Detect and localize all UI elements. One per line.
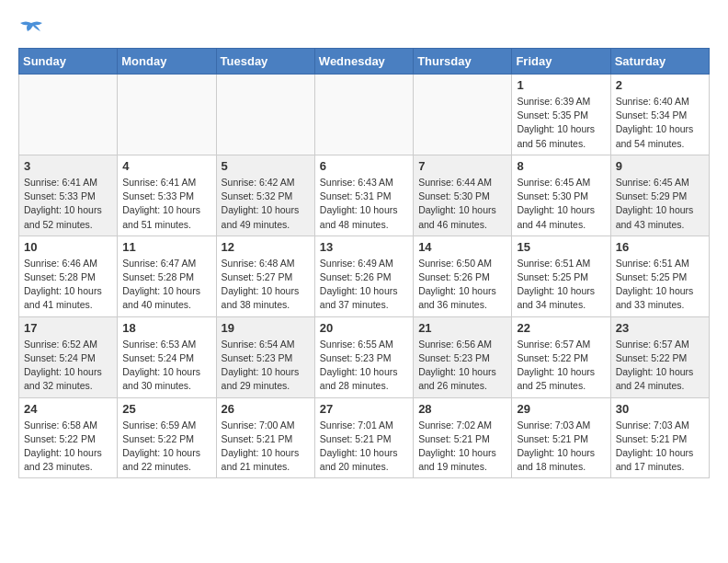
calendar-cell: 26Sunrise: 7:00 AM Sunset: 5:21 PM Dayli… bbox=[216, 397, 314, 478]
calendar-week-5: 24Sunrise: 6:58 AM Sunset: 5:22 PM Dayli… bbox=[19, 397, 710, 478]
calendar-cell: 25Sunrise: 6:59 AM Sunset: 5:22 PM Dayli… bbox=[118, 397, 216, 478]
calendar-cell: 24Sunrise: 6:58 AM Sunset: 5:22 PM Dayli… bbox=[19, 397, 118, 478]
day-info: Sunrise: 6:54 AM Sunset: 5:23 PM Dayligh… bbox=[222, 338, 310, 394]
day-number: 21 bbox=[418, 321, 506, 335]
day-number: 14 bbox=[418, 240, 506, 254]
calendar-cell: 7Sunrise: 6:44 AM Sunset: 5:30 PM Daylig… bbox=[414, 155, 512, 236]
day-number: 18 bbox=[122, 321, 210, 335]
calendar-cell bbox=[414, 75, 512, 155]
day-number: 9 bbox=[616, 159, 704, 173]
calendar-table: SundayMondayTuesdayWednesdayThursdayFrid… bbox=[18, 48, 710, 478]
day-info: Sunrise: 7:03 AM Sunset: 5:21 PM Dayligh… bbox=[616, 419, 704, 475]
day-info: Sunrise: 6:50 AM Sunset: 5:26 PM Dayligh… bbox=[418, 257, 506, 313]
calendar-cell: 12Sunrise: 6:48 AM Sunset: 5:27 PM Dayli… bbox=[216, 236, 314, 316]
calendar-cell: 17Sunrise: 6:52 AM Sunset: 5:24 PM Dayli… bbox=[19, 316, 118, 397]
calendar-cell: 1Sunrise: 6:39 AM Sunset: 5:35 PM Daylig… bbox=[512, 75, 610, 155]
day-number: 3 bbox=[24, 159, 112, 173]
day-number: 28 bbox=[418, 402, 506, 416]
calendar-cell: 18Sunrise: 6:53 AM Sunset: 5:24 PM Dayli… bbox=[118, 316, 216, 397]
day-number: 20 bbox=[320, 321, 408, 335]
calendar-header-row: SundayMondayTuesdayWednesdayThursdayFrid… bbox=[19, 49, 710, 75]
day-number: 30 bbox=[616, 402, 704, 416]
day-number: 23 bbox=[616, 321, 704, 335]
day-number: 25 bbox=[122, 402, 210, 416]
day-number: 24 bbox=[24, 402, 112, 416]
calendar-cell: 3Sunrise: 6:41 AM Sunset: 5:33 PM Daylig… bbox=[19, 155, 118, 236]
day-info: Sunrise: 6:57 AM Sunset: 5:22 PM Dayligh… bbox=[616, 338, 704, 394]
day-info: Sunrise: 6:41 AM Sunset: 5:33 PM Dayligh… bbox=[24, 176, 112, 232]
day-info: Sunrise: 6:41 AM Sunset: 5:33 PM Dayligh… bbox=[122, 176, 210, 232]
day-info: Sunrise: 6:49 AM Sunset: 5:26 PM Dayligh… bbox=[320, 257, 408, 313]
calendar-cell: 6Sunrise: 6:43 AM Sunset: 5:31 PM Daylig… bbox=[314, 155, 413, 236]
day-info: Sunrise: 6:59 AM Sunset: 5:22 PM Dayligh… bbox=[122, 419, 210, 475]
calendar-cell bbox=[118, 75, 216, 155]
day-info: Sunrise: 6:56 AM Sunset: 5:23 PM Dayligh… bbox=[418, 338, 506, 394]
calendar-cell: 30Sunrise: 7:03 AM Sunset: 5:21 PM Dayli… bbox=[610, 397, 709, 478]
day-number: 4 bbox=[122, 159, 210, 173]
calendar-week-1: 1Sunrise: 6:39 AM Sunset: 5:35 PM Daylig… bbox=[19, 75, 710, 155]
day-info: Sunrise: 6:45 AM Sunset: 5:30 PM Dayligh… bbox=[517, 176, 605, 232]
day-info: Sunrise: 6:47 AM Sunset: 5:28 PM Dayligh… bbox=[122, 257, 210, 313]
day-number: 15 bbox=[517, 240, 605, 254]
day-number: 22 bbox=[517, 321, 605, 335]
weekday-header-sunday: Sunday bbox=[19, 49, 118, 75]
logo-bird-icon bbox=[18, 18, 44, 39]
day-number: 6 bbox=[320, 159, 408, 173]
calendar-cell: 19Sunrise: 6:54 AM Sunset: 5:23 PM Dayli… bbox=[216, 316, 314, 397]
calendar-cell: 14Sunrise: 6:50 AM Sunset: 5:26 PM Dayli… bbox=[414, 236, 512, 316]
calendar-cell: 2Sunrise: 6:40 AM Sunset: 5:34 PM Daylig… bbox=[610, 75, 709, 155]
calendar-cell: 4Sunrise: 6:41 AM Sunset: 5:33 PM Daylig… bbox=[118, 155, 216, 236]
weekday-header-thursday: Thursday bbox=[414, 49, 512, 75]
day-number: 19 bbox=[222, 321, 310, 335]
logo bbox=[18, 18, 48, 39]
day-number: 27 bbox=[320, 402, 408, 416]
day-number: 26 bbox=[222, 402, 310, 416]
weekday-header-friday: Friday bbox=[512, 49, 610, 75]
day-info: Sunrise: 6:52 AM Sunset: 5:24 PM Dayligh… bbox=[24, 338, 112, 394]
day-info: Sunrise: 6:44 AM Sunset: 5:30 PM Dayligh… bbox=[418, 176, 506, 232]
day-number: 12 bbox=[222, 240, 310, 254]
day-info: Sunrise: 6:55 AM Sunset: 5:23 PM Dayligh… bbox=[320, 338, 408, 394]
weekday-header-saturday: Saturday bbox=[610, 49, 709, 75]
day-info: Sunrise: 6:46 AM Sunset: 5:28 PM Dayligh… bbox=[24, 257, 112, 313]
calendar-cell: 23Sunrise: 6:57 AM Sunset: 5:22 PM Dayli… bbox=[610, 316, 709, 397]
weekday-header-tuesday: Tuesday bbox=[216, 49, 314, 75]
day-number: 29 bbox=[517, 402, 605, 416]
weekday-header-wednesday: Wednesday bbox=[314, 49, 413, 75]
day-info: Sunrise: 6:45 AM Sunset: 5:29 PM Dayligh… bbox=[616, 176, 704, 232]
calendar-cell: 15Sunrise: 6:51 AM Sunset: 5:25 PM Dayli… bbox=[512, 236, 610, 316]
calendar-cell: 8Sunrise: 6:45 AM Sunset: 5:30 PM Daylig… bbox=[512, 155, 610, 236]
day-info: Sunrise: 6:58 AM Sunset: 5:22 PM Dayligh… bbox=[24, 419, 112, 475]
calendar-cell: 28Sunrise: 7:02 AM Sunset: 5:21 PM Dayli… bbox=[414, 397, 512, 478]
calendar-cell: 10Sunrise: 6:46 AM Sunset: 5:28 PM Dayli… bbox=[19, 236, 118, 316]
calendar-cell: 20Sunrise: 6:55 AM Sunset: 5:23 PM Dayli… bbox=[314, 316, 413, 397]
calendar-cell bbox=[216, 75, 314, 155]
day-info: Sunrise: 6:51 AM Sunset: 5:25 PM Dayligh… bbox=[616, 257, 704, 313]
day-number: 10 bbox=[24, 240, 112, 254]
day-info: Sunrise: 6:48 AM Sunset: 5:27 PM Dayligh… bbox=[222, 257, 310, 313]
day-number: 5 bbox=[222, 159, 310, 173]
calendar-cell: 21Sunrise: 6:56 AM Sunset: 5:23 PM Dayli… bbox=[414, 316, 512, 397]
day-info: Sunrise: 6:39 AM Sunset: 5:35 PM Dayligh… bbox=[517, 95, 605, 151]
day-info: Sunrise: 6:42 AM Sunset: 5:32 PM Dayligh… bbox=[222, 176, 310, 232]
calendar-cell bbox=[314, 75, 413, 155]
day-info: Sunrise: 6:40 AM Sunset: 5:34 PM Dayligh… bbox=[616, 95, 704, 151]
day-number: 7 bbox=[418, 159, 506, 173]
calendar-cell bbox=[19, 75, 118, 155]
day-number: 1 bbox=[517, 78, 605, 92]
calendar-cell: 27Sunrise: 7:01 AM Sunset: 5:21 PM Dayli… bbox=[314, 397, 413, 478]
day-info: Sunrise: 6:43 AM Sunset: 5:31 PM Dayligh… bbox=[320, 176, 408, 232]
day-number: 16 bbox=[616, 240, 704, 254]
page-header bbox=[18, 18, 710, 39]
calendar-cell: 22Sunrise: 6:57 AM Sunset: 5:22 PM Dayli… bbox=[512, 316, 610, 397]
day-number: 8 bbox=[517, 159, 605, 173]
calendar-week-3: 10Sunrise: 6:46 AM Sunset: 5:28 PM Dayli… bbox=[19, 236, 710, 316]
day-info: Sunrise: 7:03 AM Sunset: 5:21 PM Dayligh… bbox=[517, 419, 605, 475]
day-number: 11 bbox=[122, 240, 210, 254]
day-info: Sunrise: 7:02 AM Sunset: 5:21 PM Dayligh… bbox=[418, 419, 506, 475]
calendar-cell: 16Sunrise: 6:51 AM Sunset: 5:25 PM Dayli… bbox=[610, 236, 709, 316]
calendar-cell: 5Sunrise: 6:42 AM Sunset: 5:32 PM Daylig… bbox=[216, 155, 314, 236]
calendar-cell: 29Sunrise: 7:03 AM Sunset: 5:21 PM Dayli… bbox=[512, 397, 610, 478]
day-number: 13 bbox=[320, 240, 408, 254]
calendar-cell: 13Sunrise: 6:49 AM Sunset: 5:26 PM Dayli… bbox=[314, 236, 413, 316]
